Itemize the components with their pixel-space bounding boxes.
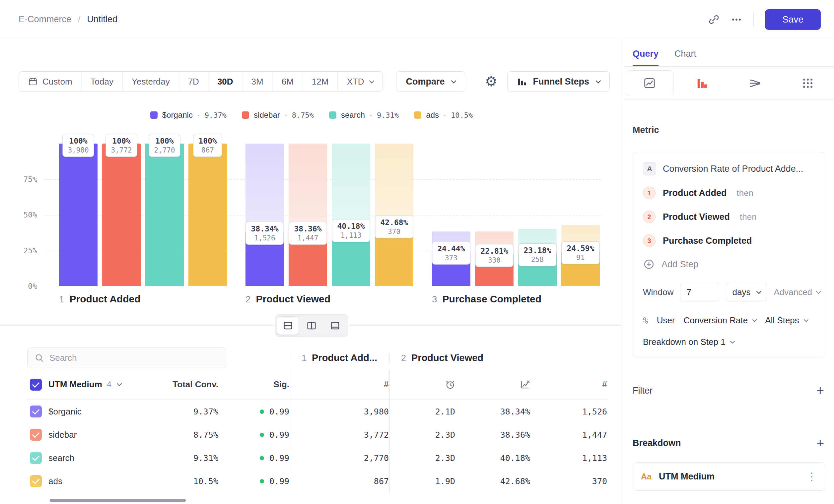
copy-link-button[interactable]: [708, 14, 720, 25]
count-column-icon[interactable]: #: [602, 379, 607, 390]
gear-icon: ⚙: [485, 75, 498, 89]
chart-type-insights-tab[interactable]: [623, 67, 676, 99]
legend-item-sidebar[interactable]: sidebar·8.75%: [242, 110, 314, 120]
breakdown-item[interactable]: Aa UTM Medium ⋮: [633, 462, 826, 491]
funnel-bar-sidebar-step3[interactable]: 22.81%330: [475, 143, 513, 286]
add-filter-button[interactable]: +: [816, 384, 824, 397]
horizontal-scrollbar[interactable]: [50, 499, 186, 502]
breadcrumb-project[interactable]: E-Commerce: [19, 14, 71, 25]
funnel-bar-search-step3[interactable]: 23.18%258: [518, 143, 557, 286]
date-range-30d[interactable]: 30D: [208, 72, 242, 92]
window-value-input[interactable]: [680, 283, 719, 301]
funnel-bar-organic-step2[interactable]: 38.34%1,526: [245, 143, 284, 286]
row-checkbox[interactable]: [30, 475, 42, 487]
breakdown-item-menu-button[interactable]: ⋮: [807, 471, 817, 482]
add-step-button[interactable]: Add Step: [643, 258, 815, 270]
significance-value: 0.99: [269, 407, 289, 416]
legend-value: 10.5%: [451, 111, 473, 119]
chevron-down-icon: [596, 78, 601, 83]
breakdown-on-step-select[interactable]: Breakdown on Step 1: [643, 337, 734, 347]
count-column-icon[interactable]: #: [384, 379, 389, 390]
search-input[interactable]: [49, 353, 219, 363]
tab-chart[interactable]: Chart: [675, 49, 696, 66]
layout-panel-bottom-button[interactable]: [324, 316, 346, 335]
section-divider: [0, 325, 623, 326]
time-to-convert-icon[interactable]: [445, 380, 455, 390]
advanced-dropdown[interactable]: Advanced: [774, 287, 820, 297]
date-range-6m[interactable]: 6M: [272, 72, 303, 92]
funnel-bar-search-step1[interactable]: 100%2,770: [145, 143, 184, 286]
chevron-down-icon: [752, 317, 757, 322]
bar-count: 3,772: [111, 146, 132, 154]
funnel-bar-search-step2[interactable]: 40.18%1,113: [332, 143, 370, 286]
date-range-custom[interactable]: Custom: [19, 72, 81, 92]
metric-step-2[interactable]: 2Product Viewedthen: [643, 210, 815, 223]
save-button[interactable]: Save: [765, 9, 821, 30]
row-checkbox[interactable]: [30, 406, 42, 417]
chart-settings-button[interactable]: ⚙: [485, 75, 498, 89]
layout-split-horizontal-button[interactable]: [277, 316, 299, 335]
total-conversion-header[interactable]: Total Conv.: [173, 379, 218, 390]
date-range-12m[interactable]: 12M: [303, 72, 338, 92]
measure-entity-select[interactable]: User: [657, 315, 675, 326]
table-search[interactable]: [27, 347, 226, 368]
step-number-badge: 2: [643, 210, 656, 223]
row-checkbox[interactable]: [30, 429, 42, 441]
app-window: E-Commerce / Untitled Save: [0, 0, 834, 504]
bar-value-label: 22.81%330: [475, 244, 513, 267]
chart-toolbar: CustomTodayYesterday7D30D3M6M12MXTD Comp…: [19, 71, 610, 92]
funnel-bar-sidebar-step1[interactable]: 100%3,772: [102, 143, 141, 286]
step2-count: 1,447: [582, 430, 607, 440]
significance-header[interactable]: Sig.: [273, 379, 289, 390]
bar-percent: 24.44%: [437, 244, 465, 253]
compare-button[interactable]: Compare: [396, 71, 465, 92]
funnel-bar-organic-step1[interactable]: 100%3,980: [59, 143, 97, 286]
date-range-xtd[interactable]: XTD: [337, 72, 382, 92]
legend-item-organic[interactable]: $organic·9.37%: [150, 110, 226, 120]
funnel-bar-ads-step1[interactable]: 100%867: [189, 143, 227, 286]
header-actions: Save: [708, 9, 821, 30]
add-breakdown-button[interactable]: +: [816, 436, 824, 450]
date-range-yesterday[interactable]: Yesterday: [123, 72, 179, 92]
table-row-ads[interactable]: ads10.5%0.998671.9D42.68%370: [26, 469, 608, 493]
chart-type-funnel-tab[interactable]: [676, 67, 729, 99]
select-all-checkbox[interactable]: [30, 379, 42, 391]
measure-type-select[interactable]: Conversion Rate: [684, 315, 757, 326]
legend-swatch: [242, 111, 249, 119]
metric-badge[interactable]: A: [643, 162, 656, 176]
metric-title[interactable]: Conversion Rate of Product Adde...: [663, 164, 803, 174]
chart-type-more-tab[interactable]: [781, 67, 834, 99]
bar-value-label: 40.18%1,113: [332, 219, 370, 242]
table-row-organic[interactable]: $organic9.37%0.993,9802.1D38.34%1,526: [26, 400, 608, 423]
date-range-3m[interactable]: 3M: [242, 72, 272, 92]
tab-query[interactable]: Query: [633, 49, 659, 66]
breakdown-column-button[interactable]: UTM Medium 4: [48, 379, 121, 390]
conversion-rate-column-icon[interactable]: [520, 380, 530, 390]
legend-swatch: [150, 111, 158, 119]
layout-split-vertical-button[interactable]: [301, 316, 323, 335]
bar-value-label: 100%2,770: [149, 134, 180, 157]
funnel-bar-ads-step3[interactable]: 24.59%91: [561, 143, 600, 286]
legend-item-search[interactable]: search·9.31%: [329, 110, 399, 120]
step-number: 1: [59, 294, 64, 305]
metric-step-3[interactable]: 3Purchase Completed: [643, 234, 815, 247]
report-title[interactable]: Untitled: [87, 14, 118, 25]
table-row-sidebar[interactable]: sidebar8.75%0.993,7722.3D38.36%1,447: [26, 423, 608, 446]
funnel-bar-ads-step2[interactable]: 42.68%370: [375, 143, 413, 286]
date-range-7d[interactable]: 7D: [179, 72, 208, 92]
metric-steps: 1Product Addedthen2Product Viewedthen3Pu…: [643, 187, 815, 247]
measure-scope-select[interactable]: All Steps: [765, 315, 808, 326]
window-unit-select[interactable]: days: [726, 283, 767, 301]
legend-separator: ·: [443, 110, 446, 120]
metric-step-1[interactable]: 1Product Addedthen: [643, 187, 815, 199]
legend-item-ads[interactable]: ads·10.5%: [414, 110, 473, 120]
more-menu-button[interactable]: [731, 14, 742, 25]
row-checkbox[interactable]: [30, 452, 42, 464]
table-row-search[interactable]: search9.31%0.992,7702.3D40.18%1,113: [26, 446, 608, 469]
step-label-1: 1Product Added: [59, 294, 227, 305]
date-range-today[interactable]: Today: [81, 72, 123, 92]
funnel-bar-sidebar-step2[interactable]: 38.36%1,447: [289, 143, 327, 286]
chart-type-button[interactable]: Funnel Steps: [507, 71, 610, 92]
funnel-bar-organic-step3[interactable]: 24.44%373: [432, 143, 470, 286]
chart-type-flows-tab[interactable]: [729, 67, 782, 99]
